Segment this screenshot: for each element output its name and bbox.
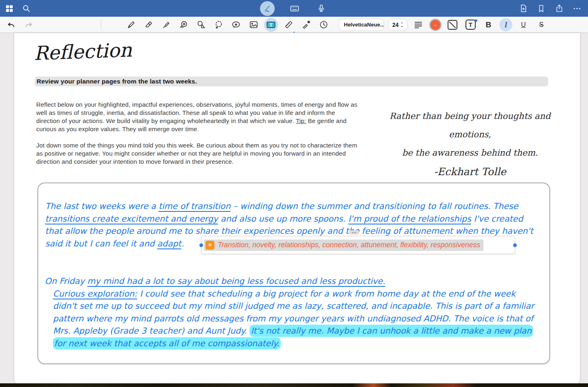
shapes-tool-button[interactable] xyxy=(194,18,208,32)
pen-tool-button[interactable] xyxy=(124,18,138,32)
microphone-icon xyxy=(317,4,326,13)
values-tag-highlight: ✳ Transition, novelty, relationships, co… xyxy=(204,240,483,251)
journal-paragraph-2-block: Curious exploration: I could see that sc… xyxy=(53,288,539,350)
ruler-tool-button[interactable] xyxy=(282,18,295,32)
italic-label: I xyxy=(505,20,507,29)
image-tool-button[interactable] xyxy=(247,18,260,32)
section-header-highlight: Review your planner pages from the last … xyxy=(35,77,548,86)
planner-page[interactable]: Reflection Review your planner pages fro… xyxy=(14,33,580,384)
no-fill-button[interactable] xyxy=(446,18,459,32)
values-tag-text: Transition, novelty, relationships, conn… xyxy=(218,241,480,249)
redo-icon xyxy=(24,20,34,30)
eraser-tool-button[interactable] xyxy=(142,18,155,32)
section-header-text: Review your planner pages from the last … xyxy=(35,78,197,85)
grid-icon xyxy=(5,4,14,13)
text-color-picker[interactable]: ⌄ xyxy=(429,19,442,31)
strikethrough-button[interactable]: S xyxy=(534,18,548,32)
values-tag-textbox[interactable]: ✳ Transition, novelty, relationships, co… xyxy=(201,236,515,254)
dictation-button[interactable] xyxy=(315,2,328,15)
document-canvas: Reflection Review your planner pages fro… xyxy=(0,33,588,387)
ellipsis-icon xyxy=(573,4,581,13)
ruler-icon xyxy=(284,20,293,29)
eraser-icon xyxy=(144,20,153,29)
underline-label: U xyxy=(521,21,526,29)
align-lines-icon xyxy=(414,20,423,29)
keyboard-icon xyxy=(290,4,299,13)
quote-author: -Eckhart Tolle xyxy=(378,162,562,182)
search-icon xyxy=(22,4,31,13)
journal-paragraph-2-line1: On Friday my mind had a lot to say about… xyxy=(45,275,539,288)
highlighter-tool-button[interactable] xyxy=(159,18,173,32)
intro-paragraph-1: Reflect below on your highlighted, impac… xyxy=(36,101,358,133)
text-tool-icon: T xyxy=(266,20,276,30)
new-page-icon xyxy=(519,4,528,13)
highlighter-icon xyxy=(162,20,171,29)
redo-button[interactable] xyxy=(22,18,36,32)
share-button[interactable] xyxy=(552,2,566,15)
italic-button[interactable]: I xyxy=(499,18,512,31)
share-icon xyxy=(555,4,564,13)
text-style-letter: T xyxy=(469,22,472,28)
intro-paragraph-2: Jot down some of the things you mind tol… xyxy=(36,141,358,166)
editing-toolbar: T ▾ xyxy=(0,17,588,33)
text-style-icon: T ♥ xyxy=(466,20,476,30)
bookmark-icon xyxy=(537,4,545,13)
clock-icon xyxy=(319,20,328,29)
text-align-button[interactable] xyxy=(411,18,425,32)
undo-button[interactable] xyxy=(4,18,18,32)
sticker-star-icon xyxy=(231,20,241,30)
top-navigation-bar xyxy=(0,0,588,17)
more-options-button[interactable] xyxy=(570,2,584,15)
add-page-button[interactable] xyxy=(516,2,530,15)
grid-thumbnails-button[interactable] xyxy=(2,2,16,15)
burst-icon: ✳ xyxy=(205,241,214,250)
pencil-icon xyxy=(263,4,271,13)
font-family-value: HelveticaNeue... xyxy=(344,22,384,28)
page-title: Reflection xyxy=(33,39,132,64)
pencil-mode-button[interactable] xyxy=(260,1,275,16)
notebook-cover-edge xyxy=(0,383,588,387)
clock-tool-button[interactable] xyxy=(317,18,330,32)
font-family-selector[interactable]: HelveticaNeue... xyxy=(339,19,384,31)
shapes-icon xyxy=(197,20,206,29)
underline-button[interactable]: U xyxy=(516,18,530,32)
stepper-chevrons-icon: ⌃⌄ xyxy=(401,23,404,27)
laser-pointer-icon xyxy=(302,20,311,29)
bold-button[interactable]: B xyxy=(481,18,495,32)
chevron-down-icon: ⌄ xyxy=(434,22,437,27)
quote-block: Rather than being your thoughts and emot… xyxy=(378,107,562,182)
pen-icon xyxy=(127,20,136,29)
bold-label: B xyxy=(485,20,491,29)
collapsed-comment-marker[interactable] xyxy=(349,230,359,235)
font-size-value: 24 xyxy=(392,22,399,28)
strikethrough-label: S xyxy=(539,21,544,29)
image-icon xyxy=(249,20,258,29)
text-style-button[interactable]: T ♥ xyxy=(463,18,477,32)
search-button[interactable] xyxy=(20,2,33,15)
toolbar-divider xyxy=(101,20,101,30)
tape-icon xyxy=(179,20,188,29)
keyboard-button[interactable] xyxy=(288,2,302,15)
lasso-icon xyxy=(214,20,223,29)
laser-pointer-button[interactable] xyxy=(299,18,313,32)
text-tool-button[interactable]: T ▾ xyxy=(264,18,278,32)
bookmark-button[interactable] xyxy=(534,2,548,15)
no-fill-icon xyxy=(448,20,457,30)
heart-badge-icon: ♥ xyxy=(474,18,478,24)
stickers-tool-button[interactable] xyxy=(229,18,243,32)
tape-tool-button[interactable] xyxy=(177,18,190,32)
quote-line: be the awareness behind them. xyxy=(378,144,562,162)
color-swatch-orange: ⌄ xyxy=(431,20,440,30)
quote-line: Rather than being your thoughts and emot… xyxy=(378,107,562,144)
text-tool-letter: T xyxy=(269,22,273,28)
lasso-tool-button[interactable] xyxy=(212,18,225,32)
journal-paragraph-2: On Friday my mind had a lot to say about… xyxy=(45,275,539,350)
selection-handle-left[interactable] xyxy=(199,243,203,247)
font-size-stepper[interactable]: 24 ⌃⌄ xyxy=(388,19,407,31)
selection-handle-right[interactable] xyxy=(513,243,517,247)
undo-icon xyxy=(6,20,16,30)
